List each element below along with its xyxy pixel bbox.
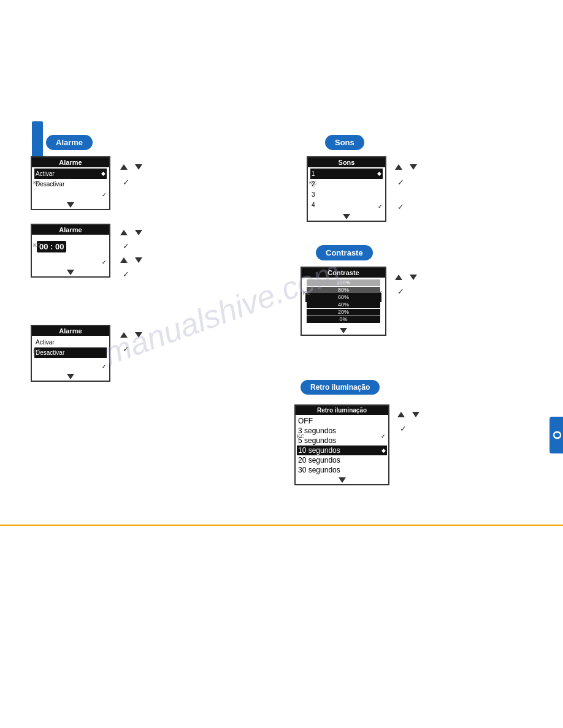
alarme-screen2-arrow-down [67,270,74,275]
alarme-pill-1: Alarme [46,135,93,150]
contraste-arrows [395,275,417,280]
kc-label-contraste: KC [303,290,311,296]
contraste-screen-title: Contraste [302,268,385,278]
sons-item-2: 2 [310,179,383,189]
retro-10s: 10 segundos◆ [297,446,387,455]
sons-screen-title: Sons [308,157,385,167]
retro-arrow-up[interactable] [397,412,405,417]
contraste-check: ✓ [378,290,383,296]
time-display: 00 : 00 [37,241,66,252]
sons-arrow-down-right[interactable] [410,164,417,170]
sons-label: Sons [325,135,364,150]
contraste-pill: Contraste [316,245,373,260]
sons-item-3: 3 [310,189,383,200]
check-1: ✓ [102,191,107,200]
contraste-label: Contraste [316,245,373,260]
screen2-arrow-down-bottom[interactable] [135,257,142,263]
screen2-arrows-top [120,230,142,235]
screen2-arrow-up-bottom[interactable] [120,257,128,263]
screen2-check-bottom: ✓ [123,270,129,279]
contraste-arrow-up[interactable] [395,275,402,280]
sons-pill: Sons [325,135,364,150]
bar-80: 80% [307,287,380,294]
alarme-screen3-title: Alarme [32,326,109,336]
contraste-arrow-down-right[interactable] [410,275,417,280]
bar-0: 0% [307,316,380,323]
right-tab-label: O [550,431,563,439]
screen2-check-top: ✓ [123,241,129,251]
screen1-check: ✓ [123,178,129,187]
sons-item-4: 4 [310,200,383,210]
retro-5s: 5 segundos [297,436,387,446]
bottom-divider [0,525,563,526]
retro-screen-title: Retro iluminação [296,406,388,415]
retro-arrow-down [339,477,346,483]
alarme-screen3-arrow-down [67,374,74,379]
alarme-item-activar: Activar ◆ [34,169,107,179]
alarme-label-1: Alarme [46,135,93,150]
contraste-check-right: ✓ [397,287,404,296]
alarme-screen1-arrow-down [67,202,74,208]
kc-label-2: KC [33,241,41,250]
sons-check-right: ✓ [397,178,404,187]
sons-check: ✓ [378,202,383,211]
sons-arrow-down [343,214,350,219]
alarme-item-desactivar: Desactivar [34,179,107,189]
alarme-screen2-title: Alarme [32,225,109,235]
kc-label-3: KC [33,347,41,356]
alarme3-desactivar: Desactivar [34,347,107,358]
screen2-arrow-up-top[interactable] [120,230,128,235]
sons-arrows [395,164,417,170]
retro-check: ✓ [381,433,386,439]
kc-label-retro: KC [297,433,305,439]
bar-20: 20% [307,309,380,316]
check-3: ✓ [102,362,107,371]
screen3-arrow-down[interactable] [135,332,142,338]
right-tab: O [550,417,563,453]
screen3-arrow-up[interactable] [120,332,128,338]
retro-pill: Retro iluminação [301,380,380,395]
alarme3-activar: Activar [34,337,107,347]
contraste-arrow-down [340,328,347,333]
screen3-check: ✓ [123,344,129,354]
bar-40: 40% [307,301,380,308]
bar-60: 60% [307,294,380,301]
sons-arrow-up[interactable] [395,164,402,170]
kc-label-sons: KC [309,178,317,188]
sons-check-bottom: ✓ [397,202,404,211]
sons-item-1: 1◆ [310,169,383,179]
check-2: ✓ [102,258,107,267]
retro-30s: 30 segundos [297,465,387,475]
alarme-screen1-title: Alarme [32,157,109,167]
screen2-arrow-down-top[interactable] [135,230,142,235]
retro-check-right: ✓ [400,424,407,433]
retro-arrow-down-right[interactable] [412,412,419,417]
retro-arrows [397,412,419,417]
retro-3s: 3 segundos [297,426,387,436]
retro-20s: 20 segundos [297,455,387,465]
retro-off: OFF [297,416,387,426]
screen1-arrows [120,164,142,170]
screen3-arrows [120,332,142,338]
bar-100: 100% [307,279,380,286]
retro-label: Retro iluminação [301,380,380,395]
kc-label-1: KC [33,178,41,188]
screen1-arrow-down[interactable] [135,164,142,170]
screen1-arrow-up[interactable] [120,164,128,170]
screen2-arrows-bottom [120,257,142,263]
